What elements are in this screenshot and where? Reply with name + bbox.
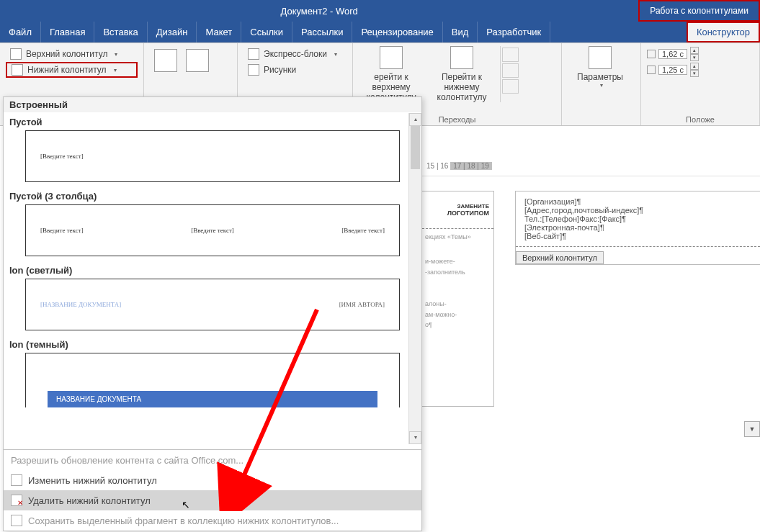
placeholder-text: [Введите текст]	[40, 227, 84, 234]
logo-placeholder[interactable]: ЗАМЕНИТЕ ЛОГОТИПОМ	[422, 191, 493, 229]
next-section-button[interactable]	[502, 63, 519, 78]
footer-dropdown[interactable]: Нижний колонтитул ▾	[6, 62, 138, 78]
gallery-item-empty3-title: Пустой (3 столбца)	[4, 186, 421, 203]
gallery-bottom-menu: Разрешить обновление контента с сайта Of…	[4, 449, 421, 531]
doc-info-icon[interactable]	[186, 49, 209, 72]
placeholder-doc-title: [НАЗВАНИЕ ДОКУМЕНТА]	[40, 301, 121, 308]
menu-edit-footer-label: Изменить нижний колонтитул	[28, 475, 157, 486]
tab-references[interactable]: Ссылки	[241, 22, 292, 42]
chevron-down-icon: ▾	[600, 82, 603, 89]
options-label: Параметры	[577, 72, 623, 82]
contextual-tool-group-highlight: Работа с колонтитулами	[638, 0, 760, 22]
nav-link-buttons	[500, 46, 520, 102]
date-icon[interactable]	[154, 49, 177, 72]
gallery-item-empty[interactable]: [Введите текст]	[25, 130, 400, 182]
goto-footer-button[interactable]: Перейти к нижнему колонтитулу	[429, 46, 494, 102]
scrollbar-thumb[interactable]	[411, 126, 420, 169]
gallery-item-ion-light-title: Ion (светлый)	[4, 261, 421, 277]
header-position-icon	[647, 50, 656, 58]
tab-mailings[interactable]: Рассылки	[292, 22, 352, 42]
ribbon-group-options: Параметры ▾	[562, 43, 641, 125]
options-icon	[589, 46, 612, 69]
header-icon	[10, 48, 22, 60]
scroll-up-icon[interactable]: ▴	[409, 113, 421, 126]
chevron-down-icon: ▾	[115, 51, 117, 58]
position-group-label: Положе	[641, 115, 759, 124]
spin-up-icon[interactable]: ▴	[690, 63, 699, 70]
ribbon-tabs: Файл Главная Вставка Дизайн Макет Ссылки…	[0, 22, 760, 43]
header-from-top-spinner[interactable]: 1,62 с ▴▾	[647, 46, 754, 62]
gallery-item-ion-dark[interactable]: НАЗВАНИЕ ДОКУМЕНТА	[25, 353, 400, 407]
header-dropdown[interactable]: Верхний колонтитул ▾	[6, 46, 138, 62]
gallery-item-empty3[interactable]: [Введите текст] [Введите текст] [Введите…	[25, 204, 400, 256]
placeholder-author: [ИМЯ АВТОРА]	[339, 301, 385, 308]
menu-remove-footer[interactable]: Удалить нижний колонтитул	[4, 490, 421, 510]
quick-parts-button[interactable]: Экспресс-блоки ▾	[243, 46, 347, 62]
tab-developer[interactable]: Разработчик	[478, 22, 550, 42]
ruler-segment-dark: 17 | 18 | 19	[450, 162, 492, 170]
menu-office-update-label: Разрешить обновление контента с сайта Of…	[11, 455, 243, 466]
footer-from-bottom-value[interactable]: 1,25 с	[658, 65, 687, 75]
scroll-down-button[interactable]: ▼	[744, 421, 760, 437]
goto-footer-label: Перейти к нижнему колонтитулу	[429, 72, 494, 102]
goto-footer-icon	[450, 46, 473, 69]
pictures-button[interactable]: Рисунки	[243, 62, 347, 78]
placeholder-text: [Введите текст]	[191, 227, 234, 234]
spin-down-icon[interactable]: ▾	[690, 70, 699, 77]
options-button[interactable]: Параметры ▾	[568, 46, 632, 89]
ruler-segment-light: 15 | 16	[426, 162, 448, 170]
footer-from-bottom-spinner[interactable]: 1,25 с ▴▾	[647, 62, 754, 78]
tab-file[interactable]: Файл	[0, 22, 41, 42]
goto-header-button[interactable]: ерейти к верхнему колонтитулу	[359, 46, 424, 102]
contextual-tool-group-label: Работа с колонтитулами	[640, 6, 759, 16]
header-from-top-value[interactable]: 1,62 с	[658, 49, 687, 59]
tab-layout[interactable]: Макет	[197, 22, 241, 42]
gallery-item-ion-light[interactable]: [НАЗВАНИЕ ДОКУМЕНТА] [ИМЯ АВТОРА]	[25, 279, 400, 330]
pictures-icon	[248, 64, 259, 76]
tab-constructor[interactable]: Конструктор	[687, 22, 760, 42]
spin-down-icon[interactable]: ▾	[690, 54, 699, 61]
quick-parts-label: Экспресс-блоки	[264, 49, 327, 59]
document-area: 15 | 16 17 | 18 | 19 ЗАМЕНИТЕ ЛОГОТИПОМ …	[422, 126, 760, 532]
quick-parts-icon	[248, 48, 259, 60]
prev-section-button[interactable]	[502, 48, 519, 62]
footer-position-icon	[647, 66, 656, 74]
tab-view[interactable]: Вид	[443, 22, 478, 42]
menu-save-selection: Сохранить выделенный фрагмент в коллекци…	[4, 510, 421, 531]
ion-dark-band: НАЗВАНИЕ ДОКУМЕНТА	[48, 375, 377, 407]
link-previous-button[interactable]	[502, 79, 519, 94]
header-content-right[interactable]: [Организация]¶ [Адрес,город,почтовый-инд…	[516, 191, 760, 247]
goto-header-icon	[380, 46, 403, 69]
page-left-fragment: ЗАМЕНИТЕ ЛОГОТИПОМ екциях «Темы» и-может…	[422, 191, 494, 407]
gallery-section-builtin: Встроенный	[4, 97, 421, 112]
footer-icon	[12, 64, 23, 76]
page-right-fragment: [Организация]¶ [Адрес,город,почтовый-инд…	[515, 191, 760, 265]
spin-up-icon[interactable]: ▴	[690, 47, 699, 54]
menu-remove-footer-label: Удалить нижний колонтитул	[28, 495, 151, 506]
menu-save-selection-label: Сохранить выделенный фрагмент в коллекци…	[28, 515, 339, 526]
header-dropdown-label: Верхний колонтитул	[26, 49, 107, 59]
scroll-down-icon[interactable]: ▾	[409, 431, 421, 444]
footer-gallery-panel: Встроенный Пустой [Введите текст] Пустой…	[3, 96, 422, 531]
title-bar: Документ2 - Word Работа с колонтитулами	[0, 0, 760, 22]
tab-home[interactable]: Главная	[41, 22, 94, 42]
tab-review[interactable]: Рецензирование	[352, 22, 442, 42]
footer-dropdown-label: Нижний колонтитул	[27, 65, 107, 75]
remove-footer-icon	[11, 495, 22, 506]
menu-office-update: Разрешить обновление контента с сайта Of…	[4, 450, 421, 470]
edit-footer-icon	[11, 474, 22, 486]
body-text-fragment: екциях «Темы» и-можете- -заполнитель ало…	[422, 229, 493, 333]
chevron-down-icon: ▾	[114, 67, 117, 73]
chevron-down-icon: ▾	[334, 51, 337, 58]
horizontal-ruler[interactable]: 15 | 16 17 | 18 | 19	[422, 162, 760, 176]
placeholder-text: [Введите текст]	[341, 227, 385, 234]
gallery-item-empty-title: Пустой	[4, 112, 421, 129]
window-title: Документ2 - Word	[0, 6, 638, 17]
tab-design[interactable]: Дизайн	[148, 22, 197, 42]
menu-edit-footer[interactable]: Изменить нижний колонтитул	[4, 470, 421, 490]
gallery-scrollbar[interactable]: ▴ ▾	[408, 113, 421, 444]
save-selection-icon	[11, 515, 22, 526]
tab-insert[interactable]: Вставка	[94, 22, 147, 42]
ribbon-group-position: 1,62 с ▴▾ 1,25 с ▴▾ Положе	[641, 43, 760, 125]
header-section-tag: Верхний колонтитул	[516, 251, 604, 264]
